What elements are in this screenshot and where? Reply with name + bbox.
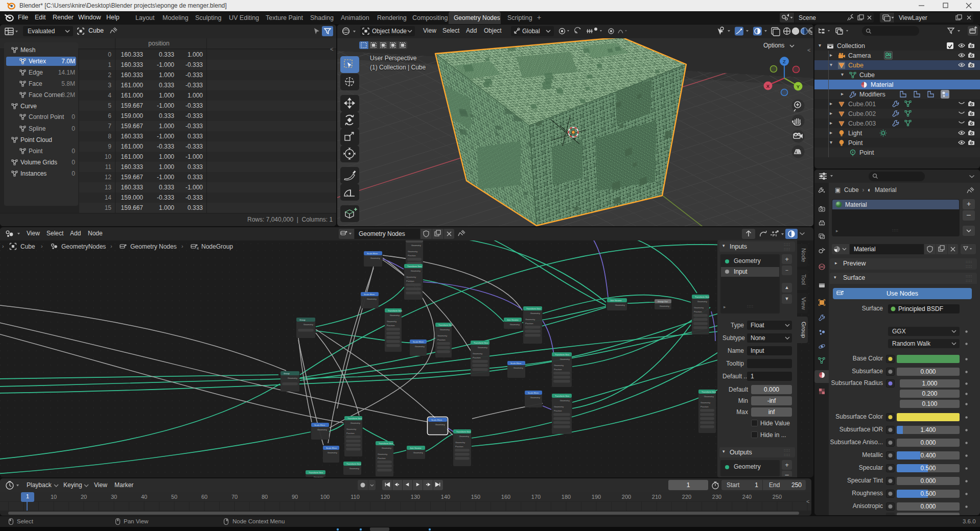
svg-text:Geometry: Geometry [660,305,670,307]
svg-text:Transform Geo: Transform Geo [379,442,393,445]
svg-text:Transform Geo: Transform Geo [347,417,362,420]
svg-text:Position: Position [346,432,355,435]
svg-text:Join Geome: Join Geome [507,319,519,321]
svg-text:Geometry: Geometry [478,346,488,349]
svg-text:Geometry: Geometry [304,323,314,326]
svg-text:Geometry: Geometry [370,257,381,259]
svg-text:Transform Geo: Transform Geo [702,391,716,393]
svg-text:Transform Geo: Transform Geo [388,309,403,312]
svg-text:Position: Position [378,457,386,460]
svg-text:Geometry: Geometry [349,467,360,470]
svg-text:Transform Geo: Transform Geo [695,296,710,298]
svg-text:Geometry: Geometry [406,276,416,278]
svg-text:Geometry: Geometry [473,352,483,355]
svg-text:Transform Geo: Transform Geo [474,342,488,344]
svg-text:Geometry: Geometry [415,345,425,348]
svg-text:X: X [766,83,770,89]
svg-text:Transform Geo: Transform Geo [346,463,361,465]
svg-text:Geometry: Geometry [351,422,361,424]
svg-text:Geometry: Geometry [440,328,450,331]
svg-text:Group Out: Group Out [658,300,668,303]
svg-text:Geometry: Geometry [525,318,535,321]
svg-text:Geometry: Geometry [560,399,570,402]
svg-text:Scale Elem: Scale Elem [326,447,337,449]
svg-text:Geometry: Geometry [510,323,520,326]
svg-text:Geometry: Geometry [459,435,470,438]
svg-text:Position: Position [437,339,446,341]
svg-text:Position: Position [554,368,562,371]
svg-text:Geometry: Geometry [413,451,424,454]
svg-text:Geometry: Geometry [560,358,570,360]
svg-text:Geometry: Geometry [314,476,324,477]
svg-text:Geometry: Geometry [530,312,541,315]
svg-text:Position: Position [554,409,562,412]
svg-text:4: 4 [197,247,199,250]
svg-text:Position: Position [525,322,533,325]
svg-text:Geometry: Geometry [514,367,524,369]
svg-text:Scale Elem: Scale Elem [528,392,539,394]
svg-text:Geometry: Geometry [328,451,338,454]
svg-text:Geometry: Geometry [382,447,392,449]
svg-text:Geometry: Geometry [701,401,711,404]
svg-text:Geometry: Geometry [346,428,357,430]
svg-text:Position: Position [406,280,414,282]
svg-text:Scale Elem: Scale Elem [510,362,522,365]
svg-text:Geometry: Geometry [554,405,564,408]
svg-text:Position: Position [701,405,709,408]
svg-text:Geometry: Geometry [455,441,465,444]
svg-text:Position: Position [408,254,416,257]
svg-text:Z: Z [783,59,786,64]
svg-text:Transform Geo: Transform Geo [555,353,570,356]
svg-text:Group: Group [284,372,290,375]
svg-text:Geometry: Geometry [694,306,704,309]
svg-text:Geometry: Geometry [530,396,541,399]
svg-text:Position: Position [387,324,395,327]
svg-text:Transform Geo: Transform Geo [555,395,570,397]
svg-text:Y: Y [797,84,800,89]
svg-text:Scale Elem: Scale Elem [431,419,442,421]
svg-text:Geometry: Geometry [378,453,388,455]
svg-text:Group: Group [299,319,306,321]
svg-text:Geometry: Geometry [288,377,298,379]
svg-text:Join Geome: Join Geome [410,447,422,449]
svg-text:Transform Geo: Transform Geo [438,324,453,326]
svg-text:Position: Position [473,356,481,359]
svg-text:Join Geome: Join Geome [610,299,622,302]
svg-text:Scale Elem: Scale Elem [367,252,378,255]
svg-text:Geometry: Geometry [390,314,400,317]
svg-text:Geometry: Geometry [554,364,564,367]
svg-text:Geometry: Geometry [411,244,422,247]
svg-text:Scale Elem: Scale Elem [413,341,424,343]
svg-text:Transform Geo: Transform Geo [309,471,323,474]
svg-text:Geometry: Geometry [387,320,397,323]
svg-text:Transform Geo: Transform Geo [456,430,471,433]
svg-text:Geometry: Geometry [367,298,377,300]
svg-text:Position: Position [455,445,463,448]
svg-text:Geometry: Geometry [615,304,625,306]
svg-text:Geometry: Geometry [435,423,446,426]
svg-text:Geometry: Geometry [408,250,418,253]
svg-text:Scale Elem: Scale Elem [314,424,325,426]
svg-text:Geometry: Geometry [437,334,448,337]
svg-text:Geometry: Geometry [411,270,421,272]
svg-text:Transform Geo: Transform Geo [407,265,422,268]
svg-text:Geometry: Geometry [697,300,708,303]
svg-text:Transform Geo: Transform Geo [526,307,541,310]
svg-text:Scale Elem: Scale Elem [364,293,375,296]
svg-text:Geometry: Geometry [317,428,328,431]
svg-text:Geometry: Geometry [704,395,714,398]
svg-text:Position: Position [694,310,702,313]
